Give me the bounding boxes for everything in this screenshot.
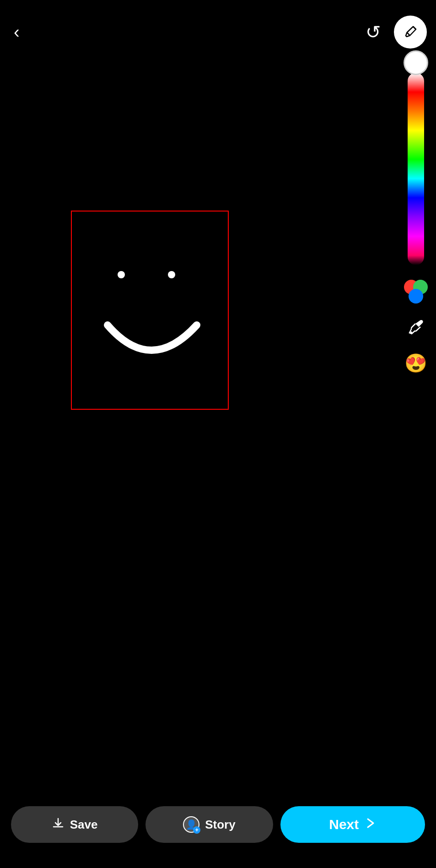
avatar-emoji: 👤	[186, 819, 197, 830]
save-icon	[52, 817, 65, 833]
drawing-canvas[interactable]	[0, 46, 436, 790]
download-icon	[52, 817, 65, 830]
blue-circle	[409, 289, 423, 304]
pencil-tool-button[interactable]	[394, 16, 427, 49]
color-slider-thumb[interactable]	[404, 50, 428, 75]
story-button[interactable]: 👤 Story	[145, 806, 273, 843]
top-bar: ‹ ↺	[0, 0, 436, 50]
undo-button[interactable]: ↺	[361, 17, 386, 47]
eyedropper-icon	[407, 318, 425, 335]
emoji-button[interactable]: 😍	[403, 350, 429, 376]
next-label: Next	[329, 817, 359, 832]
story-avatar: 👤	[183, 816, 199, 833]
save-label: Save	[70, 818, 98, 832]
top-right-actions: ↺	[361, 16, 427, 49]
story-label: Story	[205, 818, 235, 832]
right-toolbar: 😍	[403, 50, 429, 376]
smiley-drawing	[75, 220, 226, 403]
next-arrow-icon	[364, 817, 376, 832]
back-button[interactable]: ‹	[9, 19, 24, 45]
palette-circles	[403, 279, 429, 304]
color-slider[interactable]	[408, 73, 424, 265]
next-button[interactable]: Next	[280, 806, 425, 843]
eyedropper-button[interactable]	[403, 314, 429, 339]
color-slider-container	[404, 50, 428, 265]
save-button[interactable]: Save	[11, 806, 138, 843]
color-palette-button[interactable]	[403, 279, 429, 304]
emoji-sticker-icon: 😍	[404, 353, 427, 374]
bottom-bar: Save 👤 Story Next	[0, 790, 436, 868]
svg-point-1	[118, 271, 125, 278]
pencil-icon	[403, 25, 418, 39]
svg-point-0	[410, 331, 412, 333]
svg-point-2	[168, 271, 175, 278]
